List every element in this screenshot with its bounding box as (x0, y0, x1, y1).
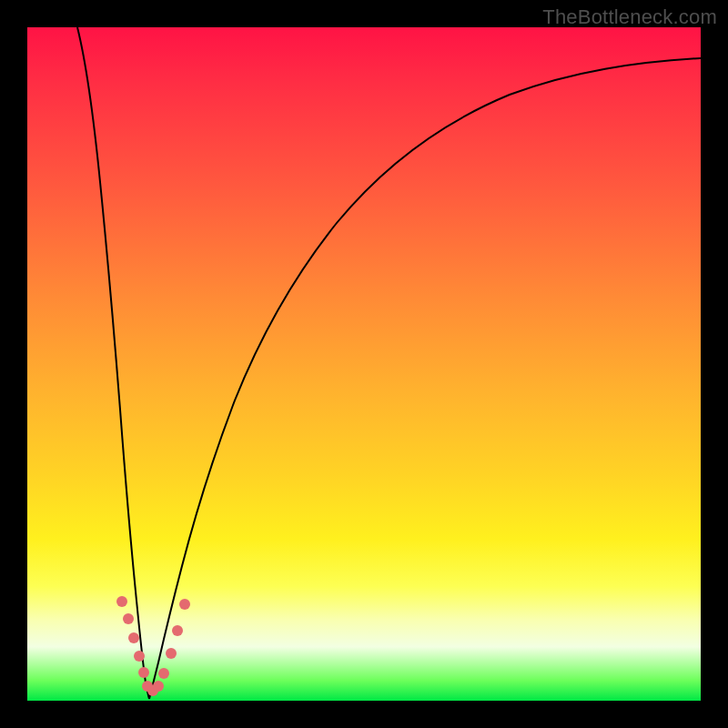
marker-dot (153, 681, 164, 692)
marker-dot (158, 668, 169, 679)
watermark-text: TheBottleneck.com (542, 5, 717, 29)
curve-right-branch (149, 58, 701, 699)
marker-dot (116, 596, 127, 607)
marker-dot (166, 648, 177, 659)
marker-dot (123, 613, 134, 624)
curve-left-branch (77, 27, 149, 699)
chart-frame: TheBottleneck.com (0, 0, 728, 728)
marker-dot (128, 632, 139, 643)
marker-dot (134, 651, 145, 662)
plot-area (27, 27, 701, 701)
marker-dot (172, 625, 183, 636)
marker-dot (138, 667, 149, 678)
curve-overlay (27, 27, 701, 701)
marker-dot (179, 599, 190, 610)
